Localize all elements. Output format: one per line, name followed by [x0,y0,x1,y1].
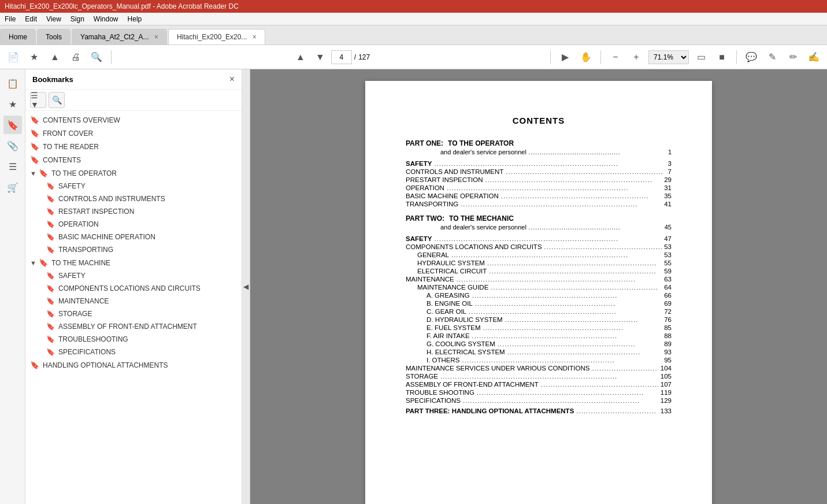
bm-label-contents: CONTENTS [43,156,81,164]
bm-expand-machine[interactable]: ▼ [30,260,36,266]
bm-safety-2[interactable]: 🔖 SAFETY [25,269,242,282]
menu-sign[interactable]: Sign [71,15,84,23]
bm-handling-optional[interactable]: 🔖 HANDLING OPTIONAL ATTACHMENTS [25,358,242,372]
bm-icon-safety-1: 🔖 [46,182,55,190]
sidebar-bookmark-icon[interactable]: 🔖 [3,116,22,134]
bm-expand-operator[interactable]: ▼ [30,170,36,177]
draw-button[interactable]: ✏ [784,49,802,66]
bm-label-storage: STORAGE [58,310,92,318]
comment-button[interactable]: 💬 [743,49,760,66]
toc-cooling-system: G. COOLING SYSTEM ......................… [406,340,672,347]
zoom-out-button[interactable]: − [607,49,624,66]
sidebar-paperclip-icon[interactable]: 📎 [3,136,22,155]
bookmarks-search-btn[interactable]: 🔍 [49,92,65,108]
toc-part-three: PART THREE: HANDLING OPTIONAL ATTACHMENT… [406,407,672,414]
toc-electrical-system: H. ELECTRICAL SYSTEM ...................… [406,349,672,355]
prev-page-button[interactable]: ▲ [292,49,309,66]
bookmarks-close-button[interactable]: × [229,74,235,84]
cursor-tool[interactable]: ▶ [557,49,574,66]
bm-troubleshooting[interactable]: 🔖 TROUBLESHOOTING [25,333,242,346]
bm-safety-1[interactable]: 🔖 SAFETY [25,180,242,192]
tab-home[interactable]: Home [0,29,36,45]
bm-specifications[interactable]: 🔖 SPECIFICATIONS [25,346,242,358]
zoom-in-button[interactable]: + [628,49,645,66]
tab-tools[interactable]: Tools [37,29,71,45]
fit-width-button[interactable]: ■ [713,49,730,66]
bm-basic-machine[interactable]: 🔖 BASIC MACHINE OPERATION [25,231,242,243]
print-button[interactable]: 🖨 [67,49,84,66]
bm-restart-inspection[interactable]: 🔖 RESTART INSPECTION [25,205,242,218]
bm-components[interactable]: 🔖 COMPONENTS LOCATIONS AND CIRCUITS [25,282,242,295]
sidebar-copy-icon[interactable]: 📋 [3,74,22,92]
bm-icon-handling: 🔖 [30,361,39,369]
bm-operation[interactable]: 🔖 OPERATION [25,218,242,231]
bm-icon-contents: 🔖 [30,155,39,164]
bm-icon-machine: 🔖 [39,258,48,267]
part-two-sub: and dealer's service personnel .........… [440,224,672,231]
bm-icon-controls: 🔖 [46,195,55,203]
toc-electrical-circuit: ELECTRICAL CIRCUIT .....................… [406,268,672,275]
tab-yamaha[interactable]: Yamaha_At2_Ct2_A... × [72,29,167,45]
bm-to-the-reader[interactable]: 🔖 TO THE READER [25,140,242,153]
bm-icon-storage: 🔖 [46,310,55,318]
menu-window[interactable]: Window [94,15,118,23]
bm-icon-operation: 🔖 [46,220,55,228]
part-one-sublabel: TO THE OPERATOR [448,139,514,147]
highlight-button[interactable]: ✎ [763,49,781,66]
tab-hitachi[interactable]: Hitachi_Ex200_Ex20... × [168,29,265,45]
toolbar-sep4 [736,50,737,64]
bm-assembly[interactable]: 🔖 ASSEMBLY OF FRONT-END ATTACHMENT [25,320,242,333]
page-separator: / [354,53,356,61]
title-bar-text: Hitachi_Ex200_Ex200lc_Operators_Manual.p… [5,2,239,10]
bookmark-toolbar-btn[interactable]: ★ [25,49,43,66]
bm-controls-instruments[interactable]: 🔖 CONTROLS AND INSTRUMENTS [25,192,242,205]
page-number-input[interactable]: 4 [331,50,352,64]
tab-hitachi-close[interactable]: × [253,33,257,41]
menu-file[interactable]: File [5,15,16,23]
hand-tool[interactable]: ✋ [577,49,595,66]
toc-greasing: A. GREASING ............................… [406,292,672,299]
upload-button[interactable]: ▲ [46,49,64,66]
toolbar-sep1 [111,50,112,64]
left-sidebar-icons: 📋 ★ 🔖 📎 ☰ 🛒 [0,69,25,504]
bm-contents[interactable]: 🔖 CONTENTS [25,153,242,166]
tab-yamaha-close[interactable]: × [154,33,158,41]
sign-button[interactable]: ✍ [805,49,822,66]
bm-label-basic-machine: BASIC MACHINE OPERATION [58,233,155,241]
sidebar-star-icon[interactable]: ★ [3,95,22,113]
bm-label-controls: CONTROLS AND INSTRUMENTS [58,195,165,203]
bookmarks-menu-btn[interactable]: ☰ ▼ [30,92,46,108]
bm-to-the-machine[interactable]: ▼ 🔖 TO THE MACHINE [25,256,242,269]
toc-prestart: PRESTART INSPECTION ....................… [406,176,672,183]
part-two-sublabel: TO THE MECHANIC [449,214,514,223]
menu-help[interactable]: Help [128,15,142,23]
bm-label-troubleshooting: TROUBLESHOOTING [58,335,128,343]
bm-label-specifications: SPECIFICATIONS [58,348,116,356]
toc-engine-oil: B. ENGINE OIL ..........................… [406,300,672,307]
bm-to-the-operator[interactable]: ▼ 🔖 TO THE OPERATOR [25,166,242,180]
bm-label-machine: TO THE MACHINE [51,259,110,267]
bm-front-cover[interactable]: 🔖 FRONT COVER [25,127,242,140]
pdf-page: CONTENTS PART ONE: TO THE OPERATOR and d… [365,81,712,504]
bm-transporting[interactable]: 🔖 TRANSPORTING [25,243,242,256]
bm-contents-overview[interactable]: 🔖 CONTENTS OVERVIEW [25,113,242,127]
toc-specifications: SPECIFICATIONS .........................… [406,397,672,404]
toc-maintenance: MAINTENANCE ............................… [406,276,672,283]
bm-label-contents-overview: CONTENTS OVERVIEW [43,116,120,124]
bm-maintenance[interactable]: 🔖 MAINTENANCE [25,295,242,307]
sidebar-layers-icon[interactable]: ☰ [3,157,22,176]
fit-page-button[interactable]: ▭ [692,49,710,66]
new-button[interactable]: 📄 [5,49,22,66]
search-button[interactable]: 🔍 [88,49,105,66]
next-page-button[interactable]: ▼ [311,49,329,66]
menu-edit[interactable]: Edit [25,15,37,23]
toc-transporting: TRANSPORTING ...........................… [406,201,672,207]
bm-label-operation: OPERATION [58,220,99,228]
sidebar-tags-icon[interactable]: 🛒 [3,178,22,197]
menu-view[interactable]: View [46,15,61,23]
bm-label-components: COMPONENTS LOCATIONS AND CIRCUITS [58,284,201,292]
panel-collapse-button[interactable]: ◀ [242,69,250,504]
bm-storage[interactable]: 🔖 STORAGE [25,307,242,320]
bm-icon-contents-overview: 🔖 [30,116,39,124]
zoom-select[interactable]: 71.1% 50% 75% 100% 125% 150% [648,50,689,64]
